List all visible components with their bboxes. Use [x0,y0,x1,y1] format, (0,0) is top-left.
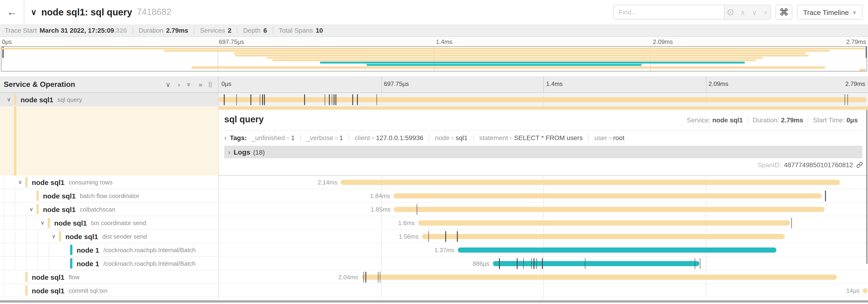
span-timeline-cell[interactable]: 1.84ms [219,189,868,203]
span-id-row: SpanID: 4877749850101760812 [219,158,868,169]
span-bar[interactable] [863,288,867,293]
title-collapse-icon[interactable]: ∨ [31,7,37,17]
top-bar: ← ∨ node sql1: sql query 7418682 ∧ ∨ × ⌘… [0,0,868,24]
tree-row-dist-sender-send[interactable]: ∨node sql1dist sender send [0,230,219,243]
tag-item: user=root [588,134,630,141]
indent-guide [15,189,26,202]
find-input[interactable] [614,5,724,20]
span-timeline-cell[interactable]: 1.6ms [219,216,868,230]
indent-guide [15,230,26,243]
log-marker-tick [533,258,534,269]
back-arrow-icon: ← [7,6,17,18]
span-bar[interactable] [362,275,837,280]
prev-result-icon[interactable]: ∧ [740,9,745,15]
tree-row-batch-flow-coordinator[interactable]: node sql1batch flow coordinator [0,189,219,203]
tree-row--cockroach-roachpb-internal-batch[interactable]: node 1/cockroach.roachpb.Internal/Batch [0,243,219,257]
indent-guide [4,243,15,257]
collapse-one-icon[interactable]: ∨ [165,80,170,88]
span-timeline-cell[interactable]: 886μs [219,257,868,270]
log-marker-tick [517,258,517,269]
span-timeline-cell[interactable]: 2.04ms [219,270,868,284]
minimap-axis-tick: 2.09ms [653,38,673,45]
span-bar[interactable] [418,221,790,226]
horizontal-scrollbar[interactable] [0,300,868,303]
minimap-axis-tick: 697.75μs [219,38,244,45]
span-id-value: 4877749850101760812 [784,161,853,169]
keyboard-shortcuts-button[interactable]: ⌘ [775,5,792,20]
log-marker-tick [364,272,364,282]
indent-guide [49,257,60,270]
service-color-accent [36,191,39,201]
tags-accordion[interactable]: › Tags: _unfinished=1_verbose=1client=12… [224,130,862,141]
link-icon[interactable] [856,161,863,169]
span-bar[interactable] [394,207,825,212]
collapse-chevron-icon[interactable]: ∨ [26,206,36,212]
log-marker-tick [792,217,792,228]
service-name: node sql1 [54,219,87,227]
collapse-chevron-icon[interactable]: ∨ [15,179,25,185]
service-name: node sql1 [43,192,76,200]
span-bar[interactable] [341,180,840,185]
log-marker-tick [332,94,332,105]
span-bar[interactable] [393,193,822,199]
service-operation-title: Service & Operation [4,80,165,89]
collapse-chevron-icon[interactable]: ∨ [49,233,59,240]
span-bar[interactable] [422,234,785,239]
next-result-icon[interactable]: ∨ [752,9,757,15]
span-id-label: SpanID: [757,161,781,169]
tree-row-sql-query[interactable]: ∨node sql1sql query [0,93,219,106]
tree-row-txn-coordinator-send[interactable]: ∨node sql1txn coordinator send [0,216,219,230]
trace-row: ∨node sql1txn coordinator send1.6ms [0,216,868,230]
collapse-all-icon[interactable]: » [186,82,193,86]
span-timeline-cell[interactable]: 14μs [219,284,868,298]
tree-row--cockroach-roachpb-internal-batch[interactable]: node 1/cockroach.roachpb.Internal/Batch [0,257,219,270]
span-timeline-cell[interactable]: 1.56ms [219,230,868,243]
span-timeline-cell[interactable]: 1.85ms [219,203,868,216]
logs-accordion[interactable]: › Logs (18) [224,146,862,158]
span-bar[interactable] [219,97,867,102]
span-timeline-cell[interactable] [219,93,868,106]
service-color-accent [14,94,17,105]
tag-item: _unfinished=1 [252,134,300,141]
selected-span-accent [14,106,17,176]
span-duration-label: 2.14ms [317,179,337,186]
span-detail-meta: Service: node sql1 Duration: 2.79ms Star… [682,116,862,124]
meta-duration: Duration2.79ms [132,27,194,34]
span-duration-label: 1.84ms [370,192,390,199]
clear-search-icon[interactable]: × [764,9,768,15]
timeline-gridline [381,243,381,257]
indent-guide [4,230,15,243]
trace-view-selector[interactable]: Trace Timeline ∨ [797,5,862,20]
tree-row-commit-sql-txn[interactable]: node sql1commit sql txn [0,284,219,298]
tree-row-flow[interactable]: node sql1flow [0,270,219,284]
span-timeline-cell[interactable]: 1.37ms [219,243,868,257]
indent-guide [26,243,37,257]
indent-guide [4,284,15,297]
trace-row: ∨node sql1dist sender send1.56ms [0,230,868,243]
span-detail-title: sql query [224,114,682,125]
back-button[interactable]: ← [0,0,24,24]
logs-label: Logs [234,148,250,156]
minimap-span-bar [367,64,642,66]
expand-all-icon[interactable]: » [198,80,202,88]
minimap-right-handle[interactable] [865,47,867,58]
minimap-span-bar [860,69,866,71]
chevron-right-icon: › [228,148,230,156]
minimap-canvas[interactable] [1,46,867,71]
expand-one-icon[interactable]: › [178,80,180,88]
minimap-span-bar [320,62,745,64]
vertical-scrollbar[interactable] [866,110,868,264]
find-group: ∧ ∨ × [614,5,771,20]
span-bar[interactable] [458,247,776,252]
meta-total-spans: Total Spans10 [273,27,329,34]
column-resizer-handle[interactable] [209,81,214,87]
collapse-chevron-icon[interactable]: ∨ [37,219,48,226]
span-timeline-cell[interactable]: 2.14ms [219,176,868,189]
log-marker-tick [457,231,458,242]
tree-row-colbatchscan[interactable]: ∨node sql1colbatchscan [0,203,219,216]
log-marker-tick [695,258,695,269]
tree-row-consuming-rows[interactable]: ∨node sql1consuming rows [0,176,219,189]
service-color-accent [25,177,28,187]
match-highlight-icon[interactable] [727,9,734,15]
collapse-chevron-icon[interactable]: ∨ [4,96,14,103]
